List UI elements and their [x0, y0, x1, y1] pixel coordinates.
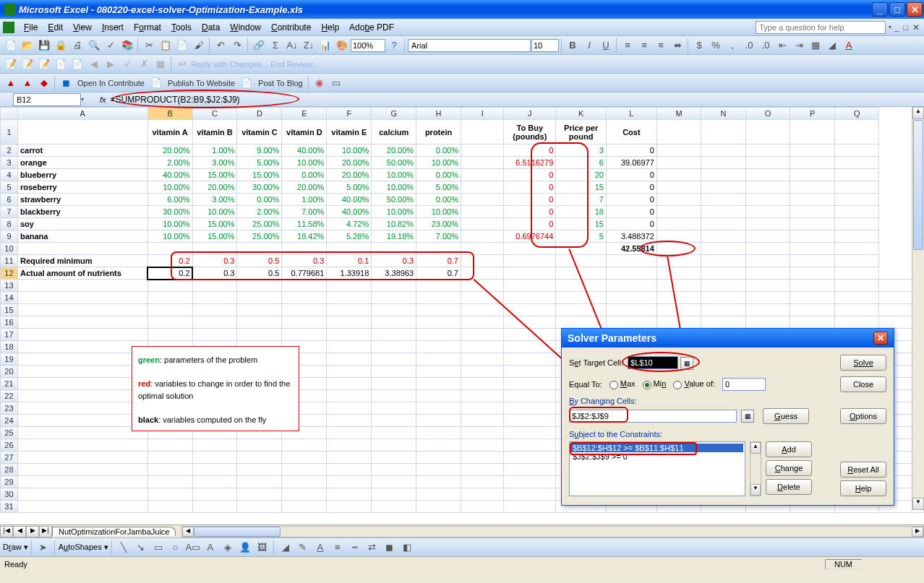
pdf-icon-1[interactable]: ▲ [3, 75, 19, 91]
row-header[interactable]: 12 [1, 267, 18, 280]
col-label[interactable]: vitamin B [192, 120, 237, 144]
row-header[interactable]: 26 [1, 439, 18, 452]
nutrient-cell[interactable]: 25.00% [237, 218, 282, 230]
bold-button[interactable]: B [565, 38, 581, 53]
col-header[interactable]: E [282, 108, 327, 120]
col-label[interactable]: vitamin D [282, 120, 327, 144]
nutrient-cell[interactable]: 15.00% [192, 169, 237, 181]
nutrient-cell[interactable]: 10.00% [147, 181, 192, 194]
nutrient-cell[interactable]: 10.00% [147, 230, 192, 243]
col-header[interactable]: D [237, 108, 282, 120]
col-header[interactable]: P [790, 108, 835, 120]
value-of-input[interactable] [722, 378, 766, 391]
reset-all-button[interactable]: Reset All [840, 462, 886, 478]
col-label[interactable]: protein [416, 120, 461, 144]
nutrient-cell[interactable]: 10.82% [372, 218, 416, 230]
hyperlink-icon[interactable]: 🔗 [251, 38, 267, 53]
solver-titlebar[interactable]: Solver Parameters ✕ [562, 329, 894, 347]
currency-icon[interactable]: $ [691, 38, 707, 53]
nutrient-cell[interactable]: 7.00% [282, 206, 327, 218]
nutrient-cell[interactable]: 10.00% [372, 181, 416, 194]
decrease-decimal-icon[interactable]: .0 [758, 38, 774, 53]
nutrient-cell[interactable]: 3.00% [192, 194, 237, 206]
nutrient-cell[interactable]: 1.00% [282, 194, 327, 206]
col-header[interactable]: L [606, 108, 656, 120]
nutrient-cell[interactable]: 40.00% [327, 194, 372, 206]
nutrient-cell[interactable]: 2.00% [237, 206, 282, 218]
col-label[interactable]: vitamin E [327, 120, 372, 144]
row-header[interactable]: 3 [1, 157, 18, 169]
col-label[interactable]: Price per pound [556, 120, 607, 144]
close-doc-button[interactable]: ✕ [911, 22, 921, 33]
nutrient-cell[interactable]: 40.00% [147, 169, 192, 181]
nutrient-cell[interactable]: 40.00% [327, 206, 372, 218]
line-style-icon[interactable]: ≡ [330, 540, 346, 556]
food-name-cell[interactable]: strawberry [17, 194, 147, 206]
row-header[interactable]: 25 [1, 427, 18, 439]
dash-style-icon[interactable]: ┅ [347, 540, 363, 556]
scroll-up-icon[interactable]: ▲ [750, 442, 761, 454]
food-name-cell[interactable]: banana [17, 230, 147, 243]
tab-nav-prev-icon[interactable]: ◀ [13, 526, 26, 537]
chart-wizard-icon[interactable]: 📊 [317, 38, 333, 53]
food-name-cell[interactable]: blackberry [17, 206, 147, 218]
paste-icon[interactable]: 📄 [174, 38, 190, 53]
nutrient-cell[interactable]: 30.00% [147, 206, 192, 218]
nutrient-cell[interactable]: 23.00% [416, 218, 461, 230]
nutrient-cell[interactable]: 4.72% [327, 218, 372, 230]
menu-format[interactable]: Format [129, 21, 166, 34]
nutrient-cell[interactable]: 3.00% [192, 157, 237, 169]
delete-button[interactable]: Delete [766, 479, 812, 495]
hscroll-thumb[interactable] [194, 527, 281, 537]
solver-dialog[interactable]: Solver Parameters ✕ Set Target Cell: ▦ S… [561, 328, 894, 506]
vertical-scrollbar[interactable]: ▲ ▼ [912, 107, 924, 510]
cost-cell[interactable]: 0 [606, 144, 656, 157]
wordart-icon[interactable]: A [202, 540, 218, 556]
nutrient-cell[interactable]: 10.00% [372, 206, 416, 218]
constraints-listbox[interactable]: $B$12:$H$12 >= $B$11:$H$11 $J$2:$J$9 >= … [569, 441, 745, 496]
help-button[interactable]: Help [840, 480, 886, 496]
scroll-thumb[interactable] [913, 120, 923, 250]
col-header[interactable]: J [504, 108, 556, 120]
format-painter-icon[interactable]: 🖌 [191, 38, 207, 53]
name-box-dropdown-icon[interactable]: ▾ [81, 96, 84, 103]
snagit-icon[interactable]: ◉ [312, 75, 328, 91]
sort-desc-icon[interactable]: Z↓ [301, 38, 317, 53]
publish-to-website-button[interactable]: Publish To Website [165, 79, 238, 87]
nutrient-cell[interactable]: 20.00% [147, 144, 192, 157]
solve-button[interactable]: Solve [840, 355, 886, 371]
nutrient-cell[interactable]: 10.00% [372, 169, 416, 181]
col-header[interactable]: G [372, 108, 416, 120]
line-icon[interactable]: ╲ [116, 540, 132, 556]
row-header[interactable]: 28 [1, 464, 18, 476]
row-header[interactable]: 10 [1, 243, 18, 255]
food-name-cell[interactable]: soy [17, 218, 147, 230]
menu-data[interactable]: Data [197, 21, 225, 34]
font-name-combo[interactable] [408, 39, 531, 52]
nutrient-cell[interactable]: 0.00% [282, 169, 327, 181]
font-color-icon[interactable]: A [312, 540, 328, 556]
empty-row[interactable]: 16 [1, 316, 924, 329]
food-row[interactable]: 7blackberry30.00%10.00%2.00%7.00%40.00%1… [1, 206, 924, 218]
row-header[interactable]: 27 [1, 452, 18, 464]
row-header[interactable]: 18 [1, 341, 18, 353]
nutrient-cell[interactable]: 10.00% [147, 218, 192, 230]
increase-indent-icon[interactable]: ⇥ [791, 38, 807, 53]
save-icon[interactable]: 💾 [36, 38, 52, 53]
arrow-icon[interactable]: ↘ [133, 540, 149, 556]
font-size-combo[interactable] [531, 39, 559, 52]
cost-cell[interactable]: 0 [606, 206, 656, 218]
fill-color-icon[interactable]: ◢ [278, 540, 294, 556]
nutrient-cell[interactable]: 6.00% [147, 194, 192, 206]
scroll-down-icon[interactable]: ▼ [912, 498, 924, 510]
add-button[interactable]: Add [766, 441, 812, 457]
review-icon-2[interactable]: 📝 [20, 56, 35, 72]
nutrient-cell[interactable]: 10.00% [282, 157, 327, 169]
row-header[interactable]: 13 [1, 280, 18, 292]
nutrient-cell[interactable]: 0.00% [416, 169, 461, 181]
food-row[interactable]: 4blueberry40.00%15.00%15.00%0.00%20.00%1… [1, 169, 924, 181]
empty-row[interactable]: 14 [1, 292, 924, 304]
food-name-cell[interactable]: roseberry [17, 181, 147, 194]
cost-cell[interactable]: 0 [606, 181, 656, 194]
column-header-row[interactable]: A B CD EF GH IJ KL MN OP Q [1, 108, 924, 120]
